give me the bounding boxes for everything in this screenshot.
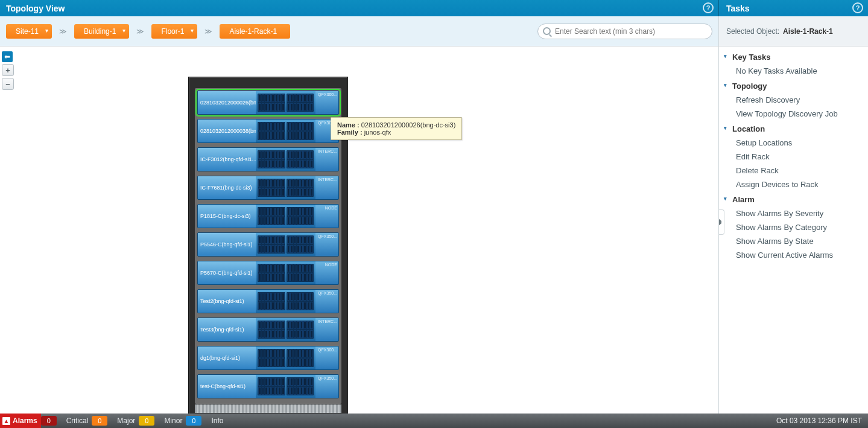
alarm-count-badge[interactable]: 0 bbox=[41, 416, 57, 426]
device-ports bbox=[256, 148, 315, 171]
breadcrumb-item[interactable]: Building-1 bbox=[74, 24, 129, 39]
task-section-header[interactable]: Topology bbox=[724, 79, 868, 93]
alarm-level-label: Minor bbox=[164, 417, 182, 425]
device-type-tag: QFX300... bbox=[315, 91, 338, 114]
rack-device[interactable]: 0281032012000026(bng...QFX300... bbox=[197, 91, 339, 115]
search-input[interactable] bbox=[537, 24, 712, 39]
breadcrumb-item[interactable]: Site-11 bbox=[6, 24, 52, 39]
device-label: test-C(bng-qfd-si1) bbox=[198, 375, 256, 398]
device-type-tag: INTERC... bbox=[315, 176, 338, 199]
device-ports bbox=[256, 375, 315, 398]
rack-device[interactable]: IC-F3012(bng-qfd-si1...INTERC... bbox=[197, 147, 339, 171]
selected-object-bar: Selected Object: Aisle-1-Rack-1 bbox=[718, 16, 868, 46]
task-item[interactable]: Show Current Active Alarms bbox=[724, 248, 868, 262]
tasks-title: Tasks bbox=[726, 4, 750, 13]
rack-device[interactable]: P1815-C(bng-dc-si3)NODE bbox=[197, 204, 339, 228]
device-label: P1815-C(bng-dc-si3) bbox=[198, 205, 256, 228]
alarms-label: Alarms bbox=[13, 417, 37, 425]
rack-device[interactable]: IC-F7681(bng-dc-si3)INTERC... bbox=[197, 176, 339, 200]
device-ports bbox=[256, 120, 315, 142]
device-ports bbox=[256, 290, 315, 313]
tooltip-family-label: Family : bbox=[337, 129, 363, 136]
tooltip-name-label: Name : bbox=[337, 121, 360, 129]
task-item[interactable]: Setup Locations bbox=[724, 136, 868, 150]
task-item[interactable]: No Key Tasks Available bbox=[724, 64, 868, 78]
device-ports bbox=[256, 176, 315, 199]
device-type-tag: INTERC... bbox=[315, 318, 338, 341]
topology-canvas[interactable]: ⬅ + − 0281032012000026(bng...QFX300...02… bbox=[0, 46, 718, 414]
device-label: 0281032012000038(bng... bbox=[198, 120, 256, 142]
breadcrumb-item[interactable]: Floor-1 bbox=[151, 24, 197, 39]
task-item[interactable]: View Topology Discovery Job bbox=[724, 107, 868, 121]
alarms-icon: ▲ bbox=[2, 417, 10, 425]
topology-header: Topology View ? bbox=[0, 0, 718, 16]
rack: 0281032012000026(bng...QFX300...02810320… bbox=[188, 77, 348, 414]
task-item[interactable]: Assign Devices to Rack bbox=[724, 177, 868, 191]
device-label: 0281032012000026(bng... bbox=[198, 91, 256, 114]
device-label: Test3(bng-qfd-si1) bbox=[198, 318, 256, 341]
tooltip-name-value: 0281032012000026(bng-dc-si3) bbox=[361, 121, 456, 129]
device-tooltip: Name : 0281032012000026(bng-dc-si3) Fami… bbox=[331, 117, 462, 140]
back-button[interactable]: ⬅ bbox=[2, 51, 13, 62]
device-type-tag: QFX350... bbox=[315, 375, 338, 398]
zoom-in-button[interactable]: + bbox=[2, 64, 14, 76]
alarm-level-label: Info bbox=[211, 417, 223, 425]
footer-timestamp: Oct 03 2013 12:36 PM IST bbox=[776, 417, 862, 425]
panel-collapse-handle[interactable] bbox=[718, 209, 724, 235]
device-type-tag: QFX350... bbox=[315, 233, 338, 256]
alarm-level-label: Major bbox=[117, 417, 135, 425]
search-wrap bbox=[537, 24, 712, 39]
device-type-tag: NODE bbox=[315, 261, 338, 284]
help-icon[interactable]: ? bbox=[703, 2, 714, 13]
device-ports bbox=[256, 261, 315, 284]
device-type-tag: QFX350... bbox=[315, 290, 338, 313]
rack-device[interactable]: test-C(bng-qfd-si1)QFX350... bbox=[197, 374, 339, 398]
device-ports bbox=[256, 347, 315, 369]
device-type-tag: QFX300... bbox=[315, 347, 338, 369]
rack-device[interactable]: 0281032012000038(bng...QFX300... bbox=[197, 119, 339, 143]
device-label: P5546-C(bng-qfd-si1) bbox=[198, 233, 256, 256]
device-type-tag: NODE bbox=[315, 205, 338, 228]
zoom-out-button[interactable]: − bbox=[2, 78, 14, 90]
device-type-tag: INTERC... bbox=[315, 148, 338, 171]
device-label: IC-F7681(bng-dc-si3) bbox=[198, 176, 256, 199]
device-ports bbox=[256, 205, 315, 228]
rack-foot bbox=[195, 404, 341, 413]
rack-device[interactable]: P5670-C(bng-qfd-si1)NODE bbox=[197, 261, 339, 285]
alarm-count-badge[interactable]: 0 bbox=[92, 416, 107, 426]
tasks-header: Tasks ? bbox=[718, 0, 868, 16]
task-section-header[interactable]: Key Tasks bbox=[724, 50, 868, 64]
task-section-header[interactable]: Alarm bbox=[724, 193, 868, 206]
alarm-count-badge[interactable]: 0 bbox=[186, 416, 201, 426]
task-item[interactable]: Show Alarms By State bbox=[724, 234, 868, 248]
device-label: IC-F3012(bng-qfd-si1... bbox=[198, 148, 256, 171]
tasks-panel: Key TasksNo Key Tasks AvailableTopologyR… bbox=[718, 46, 868, 414]
alarms-button[interactable]: ▲ Alarms bbox=[0, 414, 41, 428]
topology-title: Topology View bbox=[6, 4, 65, 13]
alarm-count-badge[interactable]: 0 bbox=[139, 416, 154, 426]
alarm-level-label: Critical bbox=[66, 417, 89, 425]
device-label: Test2(bng-qfd-si1) bbox=[198, 290, 256, 313]
device-ports bbox=[256, 91, 315, 114]
rack-device[interactable]: dg1(bng-qfd-si1)QFX300... bbox=[197, 346, 339, 370]
breadcrumb-separator-icon: ≫ bbox=[204, 27, 212, 36]
task-item[interactable]: Refresh Discovery bbox=[724, 93, 868, 107]
breadcrumb-bar: Site-11≫Building-1≫Floor-1≫Aisle-1-Rack-… bbox=[0, 16, 718, 46]
breadcrumb-item[interactable]: Aisle-1-Rack-1 bbox=[220, 24, 290, 39]
task-item[interactable]: Show Alarms By Severity bbox=[724, 206, 868, 220]
device-ports bbox=[256, 318, 315, 341]
rack-device[interactable]: Test3(bng-qfd-si1)INTERC... bbox=[197, 318, 339, 342]
task-item[interactable]: Edit Rack bbox=[724, 150, 868, 164]
rack-device[interactable]: P5546-C(bng-qfd-si1)QFX350... bbox=[197, 232, 339, 257]
device-label: P5670-C(bng-qfd-si1) bbox=[198, 261, 256, 284]
selected-object-label: Selected Object: bbox=[726, 27, 779, 36]
device-label: dg1(bng-qfd-si1) bbox=[198, 347, 256, 369]
search-icon bbox=[543, 27, 551, 35]
task-item[interactable]: Show Alarms By Category bbox=[724, 220, 868, 234]
task-item[interactable]: Delete Rack bbox=[724, 164, 868, 177]
rack-device[interactable]: Test2(bng-qfd-si1)QFX350... bbox=[197, 289, 339, 313]
tasks-help-icon[interactable]: ? bbox=[852, 2, 863, 13]
selected-object-value: Aisle-1-Rack-1 bbox=[783, 27, 833, 36]
task-section-header[interactable]: Location bbox=[724, 122, 868, 136]
breadcrumb-separator-icon: ≫ bbox=[59, 27, 67, 36]
